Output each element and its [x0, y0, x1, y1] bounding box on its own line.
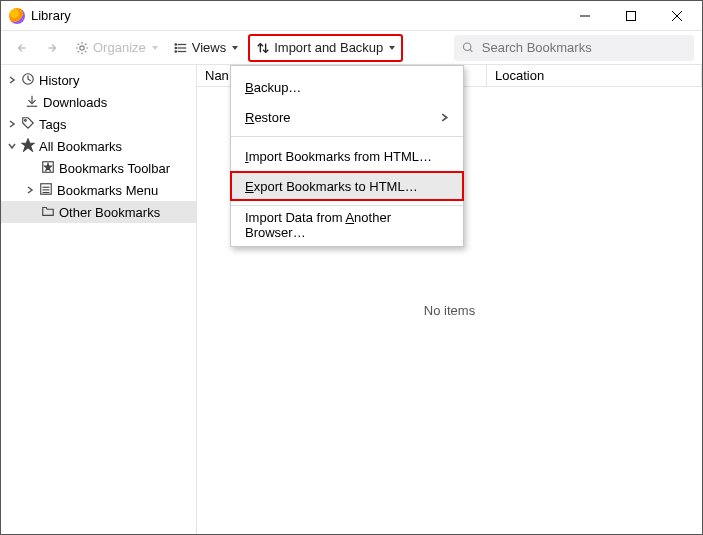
chevron-right-icon[interactable] — [25, 185, 35, 195]
close-button[interactable] — [654, 1, 700, 31]
firefox-icon — [9, 8, 25, 24]
download-icon — [25, 94, 39, 111]
window-controls — [562, 1, 700, 31]
minimize-button[interactable] — [562, 1, 608, 31]
sidebar: History Downloads Tags All Bookmarks Boo… — [1, 65, 197, 534]
chevron-down-icon — [152, 46, 158, 50]
titlebar: Library — [1, 1, 702, 31]
menu-separator — [231, 136, 463, 137]
menu-item-import-html[interactable]: Import Bookmarks from HTML… — [231, 141, 463, 171]
import-backup-button[interactable]: Import and Backup — [248, 34, 403, 62]
menu-separator — [231, 205, 463, 206]
folder-icon — [41, 204, 55, 221]
window-title: Library — [31, 8, 562, 23]
import-backup-menu: Backup… Restore Import Bookmarks from HT… — [230, 65, 464, 247]
search-icon — [462, 41, 474, 54]
svg-point-11 — [175, 47, 176, 48]
chevron-right-icon — [440, 110, 449, 125]
search-container — [454, 35, 694, 61]
column-header-location[interactable]: Location — [487, 65, 702, 86]
import-backup-label: Import and Backup — [274, 40, 383, 55]
svg-rect-1 — [627, 11, 636, 20]
back-button[interactable] — [9, 35, 35, 61]
sidebar-item-label: Bookmarks Menu — [57, 183, 158, 198]
sidebar-item-label: Tags — [39, 117, 66, 132]
sidebar-item-all-bookmarks[interactable]: All Bookmarks — [1, 135, 196, 157]
svg-point-10 — [175, 43, 176, 44]
sidebar-item-label: History — [39, 73, 79, 88]
chevron-down-icon — [389, 46, 395, 50]
sidebar-item-label: All Bookmarks — [39, 139, 122, 154]
svg-point-12 — [175, 50, 176, 51]
menu-item-restore[interactable]: Restore — [231, 102, 463, 132]
menu-item-backup[interactable]: Backup… — [231, 72, 463, 102]
views-label: Views — [192, 40, 226, 55]
toolbar: Organize Views Import and Backup — [1, 31, 702, 65]
svg-point-6 — [80, 45, 84, 49]
organize-button[interactable]: Organize — [69, 35, 164, 61]
chevron-down-icon[interactable] — [7, 141, 17, 151]
sidebar-item-bookmarks-toolbar[interactable]: Bookmarks Toolbar — [1, 157, 196, 179]
views-button[interactable]: Views — [168, 35, 244, 61]
maximize-button[interactable] — [608, 1, 654, 31]
chevron-right-icon[interactable] — [7, 75, 17, 85]
svg-line-16 — [470, 50, 472, 52]
svg-marker-23 — [45, 163, 52, 170]
sidebar-item-bookmarks-menu[interactable]: Bookmarks Menu — [1, 179, 196, 201]
sidebar-item-label: Downloads — [43, 95, 107, 110]
bookmark-toolbar-icon — [41, 160, 55, 177]
search-input[interactable] — [482, 40, 686, 55]
menu-item-export-html[interactable]: Export Bookmarks to HTML… — [230, 171, 464, 201]
list-icon — [174, 41, 188, 55]
tag-icon — [21, 116, 35, 133]
sidebar-item-history[interactable]: History — [1, 69, 196, 91]
svg-marker-21 — [22, 138, 34, 150]
organize-label: Organize — [93, 40, 146, 55]
sidebar-item-label: Other Bookmarks — [59, 205, 160, 220]
star-icon — [21, 138, 35, 155]
sidebar-item-label: Bookmarks Toolbar — [59, 161, 170, 176]
sidebar-item-downloads[interactable]: Downloads — [1, 91, 196, 113]
gear-icon — [75, 41, 89, 55]
sidebar-item-tags[interactable]: Tags — [1, 113, 196, 135]
forward-button[interactable] — [39, 35, 65, 61]
svg-point-20 — [25, 119, 27, 121]
clock-icon — [21, 72, 35, 89]
svg-point-15 — [463, 43, 470, 50]
bookmark-menu-icon — [39, 182, 53, 199]
chevron-down-icon — [232, 46, 238, 50]
chevron-right-icon[interactable] — [7, 119, 17, 129]
import-export-icon — [256, 41, 270, 55]
sidebar-item-other-bookmarks[interactable]: Other Bookmarks — [1, 201, 196, 223]
menu-item-import-other-browser[interactable]: Import Data from Another Browser… — [231, 210, 463, 240]
